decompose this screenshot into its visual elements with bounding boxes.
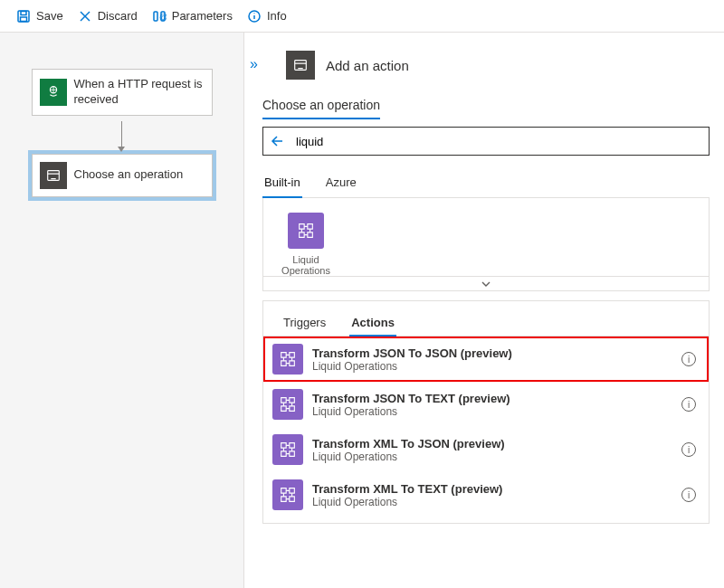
choose-operation-node[interactable]: Choose an operation [32, 154, 213, 197]
liquid-connector-icon [288, 213, 324, 249]
action-row[interactable]: Transform XML To JSON (preview) Liquid O… [263, 427, 709, 472]
actions-results: Triggers Actions Transform JSON To JSON … [262, 300, 710, 524]
action-row[interactable]: Transform JSON To TEXT (preview) Liquid … [263, 382, 709, 427]
operation-icon [40, 162, 67, 189]
svg-point-10 [253, 12, 254, 13]
discard-label: Discard [98, 9, 138, 23]
trigger-node-label: When a HTTP request is received [74, 77, 205, 108]
connector-liquid-operations[interactable]: Liquid Operations [276, 213, 336, 276]
svg-rect-5 [154, 12, 157, 21]
action-panel: » Add an action Choose an operation Buil… [244, 33, 724, 588]
action-subtitle: Liquid Operations [312, 450, 505, 463]
action-title: Transform JSON To TEXT (preview) [312, 392, 510, 405]
search-input[interactable] [291, 131, 709, 152]
info-icon [247, 9, 262, 24]
discard-button[interactable]: Discard [71, 7, 145, 25]
action-title: Transform JSON To JSON (preview) [312, 346, 512, 360]
save-label: Save [36, 9, 63, 23]
info-label: Info [267, 9, 287, 23]
collapse-panel-icon[interactable]: » [250, 56, 258, 72]
tab-built-in[interactable]: Built-in [262, 168, 302, 198]
parameters-icon: @ [152, 9, 167, 24]
discard-icon [78, 9, 92, 24]
action-info-icon[interactable]: i [681, 352, 696, 366]
tab-triggers[interactable]: Triggers [281, 310, 328, 336]
choose-node-label: Choose an operation [74, 167, 184, 183]
connector-grid: Liquid Operations [262, 198, 710, 277]
action-row[interactable]: Transform XML To TEXT (preview) Liquid O… [263, 472, 709, 517]
save-button[interactable]: Save [9, 7, 71, 25]
parameters-button[interactable]: @ Parameters [145, 7, 240, 25]
action-info-icon[interactable]: i [681, 442, 696, 457]
svg-rect-2 [21, 17, 27, 22]
tab-actions[interactable]: Actions [349, 310, 396, 337]
action-row[interactable]: Transform JSON To JSON (preview) Liquid … [263, 337, 709, 382]
toolbar: Save Discard @ Parameters Info [0, 0, 724, 33]
info-button[interactable]: Info [240, 7, 294, 25]
parameters-label: Parameters [172, 9, 233, 23]
flow-arrow [121, 121, 122, 148]
search-box [262, 127, 710, 156]
action-title: Transform XML To TEXT (preview) [312, 482, 502, 496]
connector-label: Liquid Operations [276, 254, 336, 276]
result-tabs: Triggers Actions [263, 301, 709, 337]
save-icon [16, 9, 31, 24]
panel-header-icon [286, 51, 315, 80]
panel-title: Add an action [326, 58, 409, 73]
action-subtitle: Liquid Operations [312, 496, 502, 508]
expand-connectors-bar[interactable] [262, 277, 710, 291]
liquid-action-icon [272, 434, 303, 465]
action-subtitle: Liquid Operations [312, 405, 510, 418]
source-tabs: Built-in Azure [262, 168, 710, 198]
action-info-icon[interactable]: i [681, 488, 696, 502]
liquid-action-icon [272, 389, 303, 420]
panel-subtitle: Choose an operation [262, 92, 380, 119]
trigger-node-http-request[interactable]: When a HTTP request is received [32, 69, 213, 116]
action-subtitle: Liquid Operations [312, 360, 512, 373]
tab-azure[interactable]: Azure [324, 168, 358, 197]
action-info-icon[interactable]: i [681, 397, 696, 412]
search-back-icon[interactable] [263, 128, 291, 155]
liquid-action-icon [272, 479, 303, 510]
designer-canvas[interactable]: When a HTTP request is received Choose a… [0, 33, 244, 588]
svg-rect-1 [21, 11, 26, 14]
action-title: Transform XML To JSON (preview) [312, 437, 505, 450]
liquid-action-icon [272, 344, 303, 375]
http-trigger-icon [40, 79, 67, 106]
